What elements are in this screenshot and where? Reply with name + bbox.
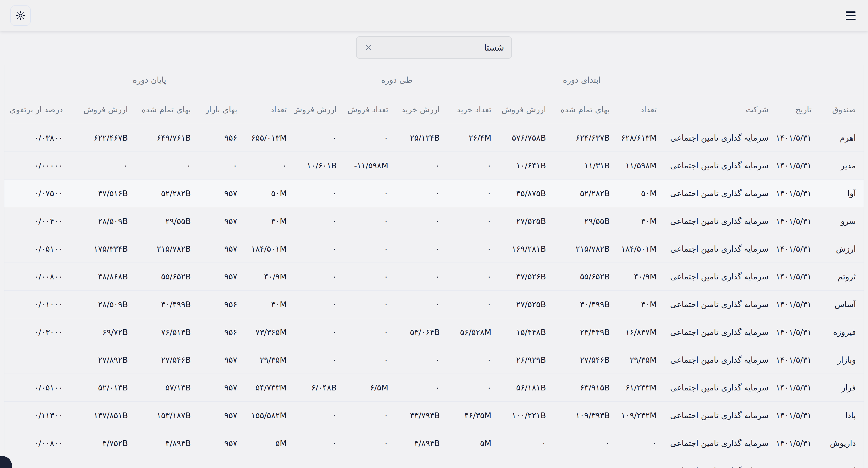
company-cell: سرمایه گذاری تامین اجتماعی (664, 235, 776, 263)
date-cell: ۱۴۰۱/۵/۳۱ (776, 429, 819, 457)
value-cell: ۰ (396, 374, 448, 402)
value-cell: ۴/۸۹۴B (136, 429, 199, 457)
value-cell: ۰/۰۷۵۰۰ (4, 179, 71, 207)
value-cell: ۰/۰۱۰۰۰ (4, 291, 71, 318)
value-cell: ۰ (344, 124, 396, 152)
value-cell: ۱۱/۵۹۸M (618, 152, 664, 179)
date-cell: ۱۴۰۱/۵/۳۱ (776, 207, 819, 235)
value-cell: ۲۷/۵۲۵B (499, 207, 554, 235)
date-cell: ۱۴۰۱/۵/۳۱ (776, 291, 819, 318)
search-box[interactable] (356, 36, 512, 59)
column-header: ارزش فروش (499, 95, 554, 124)
value-cell: ۰ (396, 457, 448, 468)
value-cell: ۶/۵M (344, 374, 396, 402)
date-cell: ۱۴۰۱/۵/۳۱ (776, 124, 819, 152)
value-cell: ۳۰M (245, 291, 294, 318)
value-cell: ۹۵۷ (198, 179, 245, 207)
value-cell: ۰ (447, 374, 499, 402)
value-cell: ۰ (396, 179, 448, 207)
value-cell: ۶۱/۲۳۳M (618, 374, 664, 402)
value-cell: ۹۵۷ (198, 402, 245, 429)
date-cell: ۱۴۰۱/۵/۳۱ (776, 318, 819, 346)
value-cell: ۰ (294, 207, 344, 235)
value-cell: ۰ (447, 263, 499, 291)
company-cell: سرمایه گذاری تامین اجتماعی (664, 346, 776, 374)
fund-cell: اهرم (819, 124, 864, 152)
date-cell: ۱۴۰۱/۵/۳۱ (776, 235, 819, 263)
value-cell: ۰ (198, 152, 245, 179)
value-cell: ۰ (344, 457, 396, 468)
page: { "topbar": { "theme_icon": "sun-icon", … (0, 0, 868, 468)
value-cell: ۱۰/۶۴۱B (499, 152, 554, 179)
value-cell: ۵۶/۵۲۸M (447, 318, 499, 346)
value-cell: ۵۲/۲۸۲B (136, 179, 199, 207)
column-header: صندوق (819, 95, 864, 124)
column-header: ارزش خرید (396, 95, 448, 124)
value-cell: ۰/۰۵۱۰۰ (4, 235, 71, 263)
company-cell: سرمایه گذاری تامین اجتماعی (664, 124, 776, 152)
value-cell: ۶۲۸/۶۱۳M (618, 124, 664, 152)
value-cell: ۶۹/۷۲B (71, 318, 136, 346)
fund-cell: ثروتم (819, 263, 864, 291)
fund-cell: فیروزه (819, 318, 864, 346)
company-cell: سرمایه گذاری تامین اجتماعی (664, 457, 776, 468)
value-cell: ۹۵۷ (198, 457, 245, 468)
value-cell: ۱۱/۳۳۱B (136, 457, 199, 468)
value-cell: ۱۴۷/۸۵۱B (71, 402, 136, 429)
fund-cell: مدیر (819, 152, 864, 179)
value-cell: ۰ (294, 235, 344, 263)
value-cell: ۵۰M (618, 179, 664, 207)
value-cell: ۰ (396, 263, 448, 291)
group-header: پایان دوره (4, 65, 294, 95)
date-cell: ۱۴۰۱/۵/۳۱ (776, 152, 819, 179)
value-cell: ۴۰/۹M (245, 263, 294, 291)
search-row (0, 36, 868, 59)
value-cell: ۰/۱۱۳۰۰ (4, 402, 71, 429)
value-cell: ۰ (554, 429, 618, 457)
company-cell: سرمایه گذاری تامین اجتماعی (664, 429, 776, 457)
value-cell: ۰ (294, 457, 344, 468)
value-cell: ۲۹/۳۵M (618, 346, 664, 374)
value-cell: ۱۰۰/۲۲۱B (499, 402, 554, 429)
value-cell: ۲۳/۴۴۹B (554, 318, 618, 346)
value-cell: ۱۸۴/۵۰۱M (245, 235, 294, 263)
value-cell: ۱۷۵/۳۳۴B (71, 235, 136, 263)
value-cell: ۵۷/۱۳B (136, 374, 199, 402)
value-cell: ۹۵۶ (198, 318, 245, 346)
value-cell: ۰/۰۳۸۰۰ (4, 124, 71, 152)
menu-button[interactable] (844, 9, 858, 22)
value-cell: ۵۳/۰۶۴B (396, 318, 448, 346)
table-row: مدیر۱۴۰۱/۵/۳۱سرمایه گذاری تامین اجتماعی۱… (4, 152, 864, 179)
value-cell: ۲۱۵/۷۸۲B (136, 235, 199, 263)
value-cell: ۰ (344, 402, 396, 429)
value-cell: ۰ (396, 152, 448, 179)
value-cell: ۱۵۵/۵۸۲M (245, 402, 294, 429)
group-header-row: ابتدای دورهطی دورهپایان دوره (4, 65, 864, 95)
value-cell: ۲۸/۵۰۹B (71, 291, 136, 318)
company-cell: سرمایه گذاری تامین اجتماعی (664, 374, 776, 402)
value-cell: ۶۵۵/۰۱۳M (245, 124, 294, 152)
value-cell: ۵۶/۱۸۱B (499, 374, 554, 402)
value-cell: ۰ (344, 179, 396, 207)
company-cell: سرمایه گذاری تامین اجتماعی (664, 263, 776, 291)
clear-search-button[interactable] (364, 43, 373, 52)
search-input[interactable] (373, 42, 504, 53)
date-cell: ۱۴۰۱/۵/۳۱ (776, 179, 819, 207)
value-cell: ۰ (344, 429, 396, 457)
value-cell: ۰/۰۳۰۰۰ (4, 318, 71, 346)
value-cell (4, 346, 71, 374)
value-cell: ۵۵/۶۵۲B (136, 263, 199, 291)
value-cell: ۱۰/۸۷۸M (618, 457, 664, 468)
value-cell: ۹۵۶ (198, 291, 245, 318)
value-cell: ۱۱/۳۳۱B (554, 457, 618, 468)
value-cell: ۰ (396, 291, 448, 318)
value-cell: ۱۰/۳۳۷B (71, 457, 136, 468)
value-cell: ۵M (245, 429, 294, 457)
value-cell: ۴۷/۵۱۶B (71, 179, 136, 207)
value-cell: ۵۲/۰۱۳B (71, 374, 136, 402)
value-cell: ۰ (344, 291, 396, 318)
theme-toggle-button[interactable] (10, 5, 31, 26)
value-cell: ۰/۰۰۸۰۰ (4, 263, 71, 291)
value-cell: ۴۶/۳۵M (447, 402, 499, 429)
column-header: درصد از پرتفوی (4, 95, 71, 124)
